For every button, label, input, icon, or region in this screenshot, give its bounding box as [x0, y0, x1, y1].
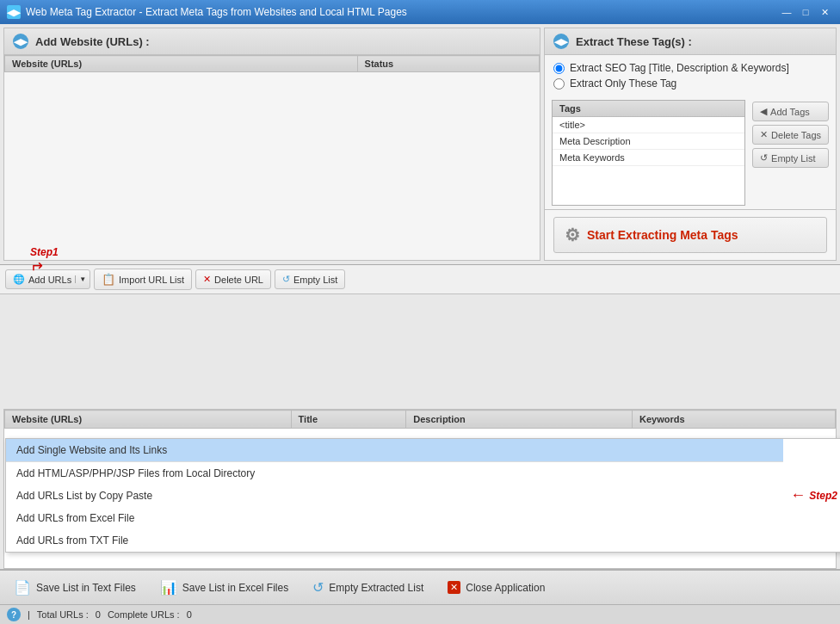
toolbar-area: Step1 ↵ 🌐 Add URLs ▼ 📋 Import URL List ✕…: [0, 265, 840, 294]
left-panel: ◀▶ Add Website (URLs) : Website (URLs) S…: [3, 28, 540, 261]
close-app-icon: ✕: [448, 581, 460, 594]
dropdown-item-local-files[interactable]: Add HTML/ASP/PHP/JSP Files from Local Di…: [6, 462, 783, 485]
close-app-button[interactable]: ✕ Close Application: [441, 578, 552, 597]
toolbar-section: Step1 ↵ 🌐 Add URLs ▼ 📋 Import URL List ✕…: [0, 265, 840, 409]
add-urls-dropdown-arrow[interactable]: ▼: [75, 275, 86, 283]
import-url-icon: 📋: [102, 273, 115, 286]
radio-group: Extract SEO Tag [Title, Description & Ke…: [545, 55, 836, 96]
total-urls-value: 0: [96, 609, 101, 620]
delete-url-icon: ✕: [203, 274, 211, 285]
delete-tags-icon: ✕: [760, 129, 768, 140]
window-controls: — □ ✕: [778, 4, 833, 20]
tag-keywords[interactable]: Meta Keywords: [553, 150, 744, 166]
right-panel: ◀▶ Extract These Tag(s) : Extract SEO Ta…: [544, 28, 837, 261]
left-panel-title: Add Website (URLs) :: [35, 35, 150, 48]
save-excel-button[interactable]: 📊 Save List in Excel Files: [153, 576, 295, 599]
results-description-header: Description: [406, 411, 633, 429]
empty-extracted-icon: ↺: [312, 579, 324, 596]
dropdown-menu: Add Single Website and Its Links Add HTM…: [5, 438, 840, 553]
delete-url-button[interactable]: ✕ Delete URL: [195, 269, 271, 289]
status-column-header: Status: [357, 56, 539, 72]
step2-annotation: ← Step2: [783, 486, 840, 504]
save-excel-icon: 📊: [160, 579, 177, 596]
step2-label: Step2: [809, 490, 837, 502]
results-title-header: Title: [291, 411, 406, 429]
results-keywords-header: Keywords: [633, 411, 836, 429]
bottom-toolbar: 📄 Save List in Text Files 📊 Save List in…: [0, 569, 840, 604]
total-urls-label: Total URLs :: [37, 609, 89, 620]
delete-tags-button[interactable]: ✕ Delete Tags: [752, 125, 829, 145]
close-window-button[interactable]: ✕: [816, 4, 833, 20]
right-panel-title: Extract These Tag(s) :: [576, 35, 692, 48]
empty-tags-button[interactable]: ↺ Empty List: [752, 148, 829, 168]
dropdown-item-txt[interactable]: Add URLs from TXT File: [6, 529, 783, 552]
add-tags-icon: ◀: [760, 106, 767, 117]
import-url-button[interactable]: 📋 Import URL List: [94, 269, 192, 290]
results-table: Website (URLs) Title Description Keyword…: [4, 410, 836, 429]
left-panel-icon: ◀▶: [13, 34, 28, 49]
empty-list-button[interactable]: ↺ Empty List: [275, 269, 345, 289]
extract-section: ⚙ Start Extracting Meta Tags: [545, 209, 836, 260]
app-icon: ◀▶: [7, 5, 21, 19]
right-panel-header: ◀▶ Extract These Tag(s) :: [545, 28, 836, 55]
radio-seo-tag-label: Extract SEO Tag [Title, Description & Ke…: [570, 62, 789, 74]
radio-custom-tag[interactable]: Extract Only These Tag: [553, 77, 827, 90]
tags-area: Tags <title> Meta Description Meta Keywo…: [552, 100, 829, 206]
tags-buttons: ◀ Add Tags ✕ Delete Tags ↺ Empty List: [752, 100, 829, 206]
save-text-icon: 📄: [14, 579, 31, 596]
top-panels: ◀▶ Add Website (URLs) : Website (URLs) S…: [0, 24, 840, 265]
results-url-header: Website (URLs): [5, 411, 292, 429]
empty-extracted-button[interactable]: ↺ Empty Extracted List: [306, 576, 430, 599]
dropdown-item-copy-paste[interactable]: Add URLs List by Copy Paste: [6, 485, 783, 507]
save-text-button[interactable]: 📄 Save List in Text Files: [7, 576, 143, 599]
dropdown-item-single-website[interactable]: Add Single Website and Its Links: [6, 439, 783, 462]
url-column-header: Website (URLs): [5, 56, 358, 72]
tag-description[interactable]: Meta Description: [553, 133, 744, 150]
add-urls-button[interactable]: 🌐 Add URLs ▼: [5, 269, 90, 289]
add-tags-button[interactable]: ◀ Add Tags: [752, 102, 829, 121]
complete-urls-value: 0: [187, 609, 192, 620]
tags-list-header: Tags: [553, 101, 744, 117]
minimize-button[interactable]: —: [778, 4, 795, 20]
title-bar: ◀▶ Web Meta Tag Extractor - Extract Meta…: [0, 0, 840, 24]
tag-title[interactable]: <title>: [553, 117, 744, 133]
complete-urls-label: Complete URLs :: [108, 609, 180, 620]
tags-list: Tags <title> Meta Description Meta Keywo…: [552, 100, 745, 206]
radio-custom-tag-label: Extract Only These Tag: [570, 77, 676, 90]
window-title: Web Meta Tag Extractor - Extract Meta Ta…: [26, 6, 778, 18]
maximize-button[interactable]: □: [797, 4, 814, 20]
add-urls-icon: 🌐: [13, 274, 25, 285]
left-panel-header: ◀▶ Add Website (URLs) :: [4, 28, 540, 55]
status-bar: ? | Total URLs : 0 Complete URLs : 0: [0, 604, 840, 624]
radio-seo-tag[interactable]: Extract SEO Tag [Title, Description & Ke…: [553, 62, 827, 74]
dropdown-menu-items: Add Single Website and Its Links Add HTM…: [6, 439, 783, 552]
dropdown-item-excel[interactable]: Add URLs from Excel File: [6, 507, 783, 529]
main-content: ◀▶ Add Website (URLs) : Website (URLs) S…: [0, 24, 840, 624]
empty-tags-icon: ↺: [760, 152, 768, 164]
extract-button[interactable]: ⚙ Start Extracting Meta Tags: [553, 217, 827, 253]
status-divider: |: [28, 609, 30, 620]
right-panel-icon: ◀▶: [553, 34, 569, 49]
help-icon[interactable]: ?: [7, 608, 21, 621]
extract-gear-icon: ⚙: [565, 225, 580, 245]
url-table: Website (URLs) Status: [4, 55, 540, 260]
empty-list-icon: ↺: [282, 274, 290, 285]
